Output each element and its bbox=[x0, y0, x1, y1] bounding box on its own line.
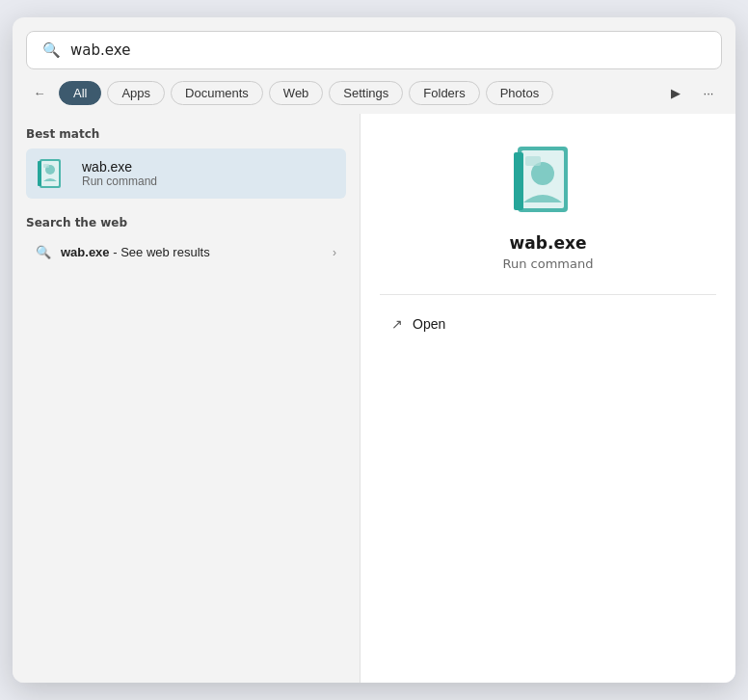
filter-bar: ← All Apps Documents Web Settings Folder… bbox=[13, 69, 735, 114]
back-button[interactable]: ← bbox=[26, 79, 53, 106]
result-name: wab.exe bbox=[82, 159, 157, 175]
svg-rect-2 bbox=[38, 161, 41, 186]
divider bbox=[380, 294, 716, 295]
detail-sub: Run command bbox=[503, 256, 594, 271]
left-panel: Best match wab.exe Run command bbox=[13, 114, 360, 683]
actions-list: ↗ Open bbox=[380, 309, 716, 339]
open-action[interactable]: ↗ Open bbox=[380, 309, 716, 339]
right-panel: wab.exe Run command ↗ Open bbox=[360, 114, 735, 683]
tab-photos[interactable]: Photos bbox=[486, 81, 553, 105]
web-search-left: 🔍 wab.exe - See web results bbox=[36, 245, 210, 259]
chevron-right-icon: › bbox=[333, 246, 336, 259]
open-label: Open bbox=[413, 316, 445, 332]
tab-settings[interactable]: Settings bbox=[329, 81, 403, 105]
wab-app-icon bbox=[36, 156, 70, 191]
web-search-text: wab.exe - See web results bbox=[61, 245, 210, 259]
detail-name: wab.exe bbox=[510, 233, 587, 253]
result-sub: Run command bbox=[82, 175, 157, 188]
tab-documents[interactable]: Documents bbox=[171, 81, 263, 105]
open-icon: ↗ bbox=[391, 316, 403, 332]
tab-web[interactable]: Web bbox=[269, 81, 324, 105]
tab-apps[interactable]: Apps bbox=[107, 81, 165, 105]
svg-rect-7 bbox=[514, 152, 523, 210]
web-search-section: Search the web 🔍 wab.exe - See web resul… bbox=[26, 216, 346, 267]
wab-icon bbox=[36, 156, 70, 191]
tab-folders[interactable]: Folders bbox=[409, 81, 479, 105]
web-search-label: Search the web bbox=[26, 216, 346, 229]
best-match-label: Best match bbox=[26, 127, 346, 141]
web-search-bold: wab.exe bbox=[61, 245, 110, 259]
search-input[interactable] bbox=[70, 41, 706, 59]
main-content: Best match wab.exe Run command bbox=[13, 114, 735, 683]
more-options-button[interactable]: ··· bbox=[695, 79, 722, 106]
detail-app-icon bbox=[510, 143, 587, 220]
detail-icon bbox=[510, 143, 587, 220]
svg-rect-9 bbox=[525, 156, 541, 166]
search-bar: 🔍 bbox=[26, 31, 722, 69]
tab-all[interactable]: All bbox=[59, 81, 101, 105]
result-text: wab.exe Run command bbox=[82, 159, 157, 188]
web-search-suffix: - See web results bbox=[110, 245, 210, 259]
web-search-item[interactable]: 🔍 wab.exe - See web results › bbox=[26, 237, 346, 267]
search-window: 🔍 ← All Apps Documents Web Settings Fold… bbox=[13, 17, 735, 683]
play-button[interactable]: ▶ bbox=[662, 79, 689, 106]
search-icon: 🔍 bbox=[42, 41, 61, 59]
result-item-wab[interactable]: wab.exe Run command bbox=[26, 148, 346, 199]
web-search-icon: 🔍 bbox=[36, 245, 51, 259]
svg-rect-4 bbox=[43, 164, 49, 168]
